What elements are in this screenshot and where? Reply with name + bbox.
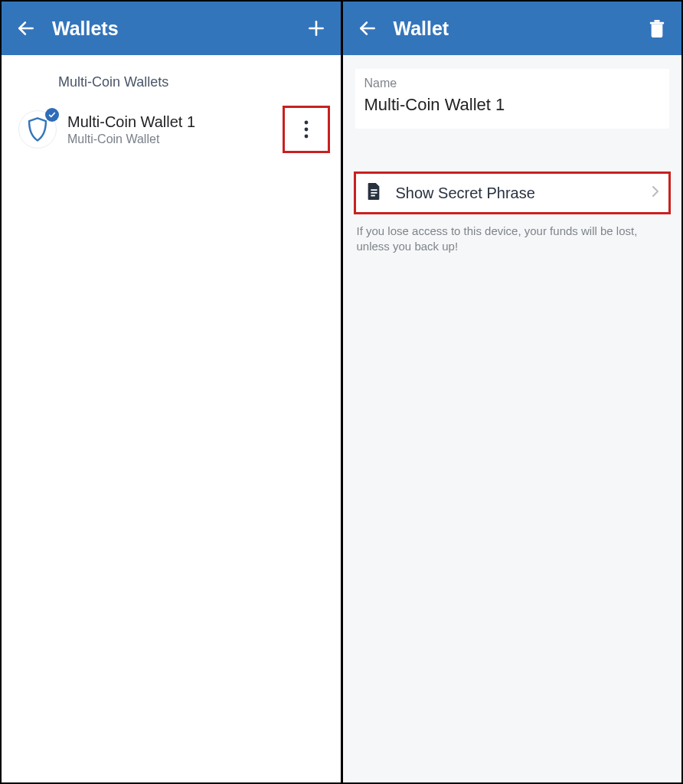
back-icon[interactable]: [357, 18, 378, 39]
show-secret-phrase-button[interactable]: Show Secret Phrase: [354, 172, 672, 214]
wallet-subtitle: Multi-Coin Wallet: [67, 132, 283, 146]
svg-point-4: [304, 128, 308, 132]
document-icon: [365, 182, 382, 204]
secret-phrase-label: Show Secret Phrase: [396, 185, 652, 202]
svg-rect-11: [371, 195, 375, 197]
name-label: Name: [364, 77, 661, 90]
check-badge-icon: [45, 108, 59, 122]
wallet-header: Wallet: [343, 2, 682, 55]
wallets-body: Multi-Coin Wallets Multi-Coin Wallet 1 M…: [2, 55, 341, 782]
wallets-title: Wallets: [52, 18, 306, 40]
svg-rect-10: [371, 192, 377, 194]
svg-rect-9: [371, 189, 377, 191]
wallet-row[interactable]: Multi-Coin Wallet 1 Multi-Coin Wallet: [2, 103, 341, 156]
wallet-name-input[interactable]: [364, 95, 661, 115]
wallet-detail-screen: Wallet Name Show Secret Phrase If you lo…: [341, 2, 682, 782]
svg-rect-7: [650, 22, 664, 24]
name-field-block: Name: [355, 69, 670, 129]
add-icon[interactable]: [306, 18, 327, 39]
secret-phrase-note: If you lose access to this device, your …: [343, 214, 682, 255]
wallet-texts: Multi-Coin Wallet 1 Multi-Coin Wallet: [67, 113, 283, 146]
back-icon[interactable]: [15, 18, 37, 39]
section-label: Multi-Coin Wallets: [2, 55, 341, 103]
wallet-name: Multi-Coin Wallet 1: [67, 113, 283, 131]
wallets-header: Wallets: [2, 2, 341, 55]
wallets-screen: Wallets Multi-Coin Wallets Multi-Coin Wa…: [2, 2, 341, 782]
chevron-right-icon: [652, 185, 659, 201]
delete-icon[interactable]: [646, 18, 668, 39]
more-button[interactable]: [283, 106, 330, 153]
spacer: [343, 133, 682, 172]
wallet-body: Name Show Secret Phrase If you lose acce…: [343, 55, 682, 782]
wallet-shield-icon: [18, 110, 57, 149]
svg-rect-8: [654, 20, 659, 22]
svg-point-3: [304, 121, 308, 125]
wallet-title: Wallet: [394, 18, 647, 40]
more-vertical-icon: [304, 119, 309, 139]
svg-point-5: [304, 135, 308, 139]
